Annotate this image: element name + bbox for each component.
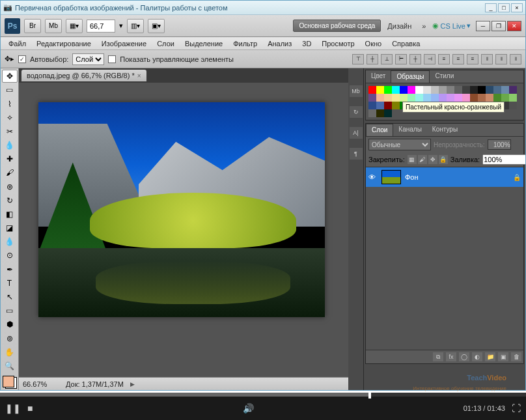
gradient-tool[interactable]: ◪ [2,221,18,234]
tab-channels[interactable]: Каналы [393,124,427,136]
blend-mode-dropdown[interactable]: Обычные [368,139,431,150]
3d-tool[interactable]: ⬢ [2,318,18,331]
stamp-tool[interactable]: ⊛ [2,180,18,193]
tab-swatches[interactable]: Образцы [391,70,430,83]
swatch[interactable] [462,94,470,102]
swatch[interactable] [478,94,486,102]
fullscreen-button[interactable]: ⛶ [512,403,521,413]
swatch[interactable] [384,109,392,117]
progress-bar[interactable] [0,393,526,397]
volume-icon[interactable]: 🔊 [243,403,254,413]
swatch[interactable] [400,94,408,102]
zoom-level-field[interactable]: 66,7 [87,20,115,33]
type-tool[interactable]: T [2,277,18,290]
swatch[interactable] [486,94,493,102]
lock-position-icon[interactable]: ✥ [428,155,437,164]
history-brush-tool[interactable]: ↻ [2,194,18,207]
dodge-tool[interactable]: ⊙ [2,249,18,262]
swatch[interactable] [509,86,517,94]
swatch[interactable] [376,94,384,102]
eyedropper-tool[interactable]: 💧 [2,139,18,152]
progress-handle[interactable] [368,391,371,399]
delete-layer-icon[interactable]: 🗑 [511,352,521,361]
menu-edit[interactable]: Редактирование [31,38,96,49]
swatch[interactable] [408,94,415,102]
swatch[interactable] [478,86,486,94]
align-vc-icon[interactable]: ┼ [367,54,378,64]
swatch[interactable] [470,94,478,102]
bridge-button[interactable]: Br [24,19,41,33]
window-close-button[interactable]: × [511,3,523,12]
dist-bottom-icon[interactable]: ≡ [467,54,478,64]
healing-tool[interactable]: ✚ [2,152,18,165]
menu-analysis[interactable]: Анализ [262,38,297,49]
app-close-button[interactable]: ✕ [507,21,521,31]
arrange-documents-button[interactable]: ▥▾ [127,19,144,33]
dist-vc-icon[interactable]: ≡ [452,54,464,64]
swatch[interactable] [493,94,501,102]
link-layers-icon[interactable]: ⧉ [433,352,443,361]
history-panel-icon[interactable]: ↻ [350,106,363,118]
swatch[interactable] [415,86,423,94]
autoselect-dropdown[interactable]: Слой [72,53,104,65]
zoom-dropdown-icon[interactable]: ▾ [119,21,123,30]
swatch[interactable] [376,109,384,117]
menu-view[interactable]: Просмотр [316,38,359,49]
visibility-icon[interactable]: 👁 [368,173,378,181]
autoselect-checkbox[interactable]: ✓ [18,55,26,63]
screen-mode-button[interactable]: ▣▾ [148,19,165,33]
swatch[interactable] [423,94,431,102]
swatch[interactable] [368,102,376,109]
swatch[interactable] [423,86,431,94]
swatch[interactable] [384,86,392,94]
3d-camera-tool[interactable]: ⊚ [2,331,18,344]
zoom-tool[interactable]: 🔍 [2,359,18,372]
swatch[interactable] [501,86,509,94]
menu-layer[interactable]: Слои [152,38,180,49]
align-top-icon[interactable]: ⊤ [352,54,364,64]
window-maximize-button[interactable]: □ [498,3,510,12]
lock-transparency-icon[interactable]: ▦ [408,155,417,164]
swatch[interactable] [384,94,392,102]
quick-select-tool[interactable]: ✧ [2,111,18,124]
lock-all-icon[interactable]: 🔒 [439,155,448,164]
menu-window[interactable]: Окно [360,38,387,49]
swatch[interactable] [368,86,376,94]
app-restore-button[interactable]: ❐ [491,21,506,31]
pen-tool[interactable]: ✒ [2,263,18,276]
dist-right-icon[interactable]: ⦀ [510,54,521,64]
menu-filter[interactable]: Фильтр [228,38,262,49]
align-right-icon[interactable]: ⊣ [424,54,436,64]
new-layer-icon[interactable]: ▣ [498,352,508,361]
adjustment-layer-icon[interactable]: ◐ [472,352,482,361]
path-select-tool[interactable]: ↖ [2,290,18,303]
foreground-color[interactable] [3,376,14,387]
tab-color[interactable]: Цвет [366,70,391,83]
layer-group-icon[interactable]: 📁 [485,352,495,361]
status-zoom[interactable]: 66.67% [23,380,59,388]
swatch[interactable] [431,94,439,102]
lock-pixels-icon[interactable]: 🖌 [418,155,427,164]
minibridge-panel-icon[interactable]: Mb [350,85,363,97]
workspace-design-button[interactable]: Дизайн [383,20,415,32]
tab-layers[interactable]: Слои [366,124,393,136]
swatch[interactable] [501,94,509,102]
swatch[interactable] [392,86,400,94]
hand-tool[interactable]: ✋ [2,346,18,359]
swatch[interactable] [368,109,376,117]
swatch[interactable] [368,94,376,102]
swatch[interactable] [439,86,447,94]
stop-button[interactable]: ■ [27,403,33,413]
swatch[interactable] [486,86,493,94]
close-tab-icon[interactable]: × [137,72,141,79]
paragraph-panel-icon[interactable]: ¶ [350,148,363,160]
fill-input[interactable] [482,154,525,165]
play-pause-button[interactable]: ❚❚ [5,403,21,413]
shape-tool[interactable]: ▭ [2,304,18,317]
swatch[interactable] [439,94,447,102]
workspace-more-button[interactable]: » [418,20,430,32]
dist-top-icon[interactable]: ≡ [438,54,450,64]
dist-left-icon[interactable]: ⦀ [481,54,493,64]
crop-tool[interactable]: ✂ [2,125,18,138]
cslive-button[interactable]: ◉CS Live▾ [432,21,471,30]
